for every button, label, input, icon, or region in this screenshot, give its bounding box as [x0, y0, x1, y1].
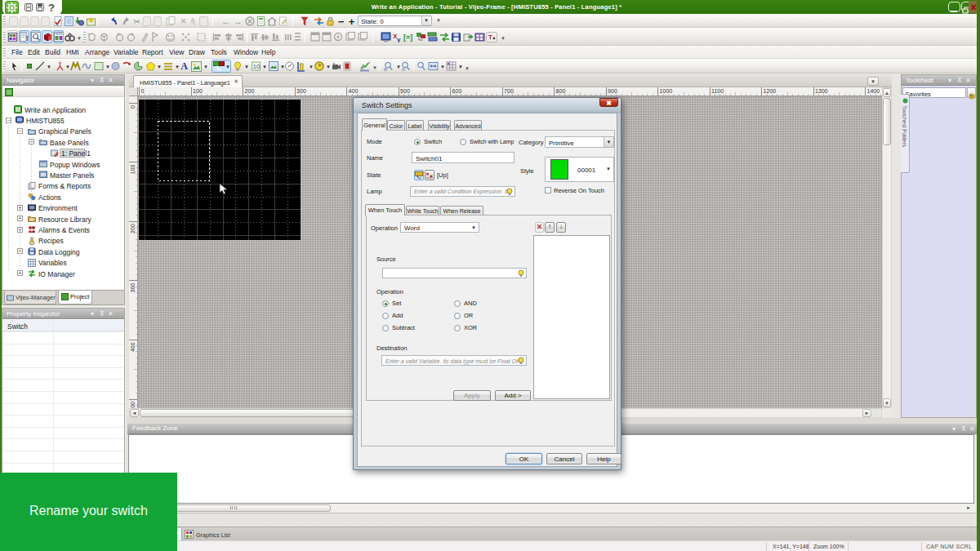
svg-text:A: A — [402, 67, 405, 72]
svg-text:400: 400 — [130, 342, 136, 352]
svg-text:T: T — [488, 33, 492, 41]
svg-text:500: 500 — [400, 88, 410, 94]
svg-text:400: 400 — [349, 88, 359, 94]
svg-text:R: R — [384, 67, 388, 72]
svg-text:[=]: [=] — [403, 33, 412, 42]
svg-text:1000: 1000 — [660, 88, 673, 94]
svg-text:800: 800 — [556, 88, 566, 94]
svg-text:500: 500 — [130, 402, 136, 408]
svg-text:300: 300 — [130, 283, 136, 293]
svg-text:10: 10 — [253, 63, 261, 70]
svg-text:0: 0 — [141, 88, 145, 94]
svg-text:300: 300 — [296, 88, 306, 94]
svg-text:y: y — [397, 36, 401, 42]
svg-text:900: 900 — [608, 88, 617, 94]
svg-text:1300: 1300 — [815, 88, 828, 94]
svg-text:200: 200 — [130, 224, 136, 233]
svg-text:700: 700 — [504, 88, 514, 94]
svg-text:1400: 1400 — [867, 88, 880, 94]
svg-text:200: 200 — [245, 88, 255, 94]
svg-text:600: 600 — [452, 88, 462, 94]
svg-text:!: ! — [26, 34, 29, 42]
svg-text:1200: 1200 — [764, 88, 777, 94]
svg-text:0: 0 — [130, 105, 136, 109]
svg-text:1100: 1100 — [711, 88, 724, 94]
svg-text:100: 100 — [130, 165, 136, 175]
svg-text:100: 100 — [193, 88, 203, 94]
